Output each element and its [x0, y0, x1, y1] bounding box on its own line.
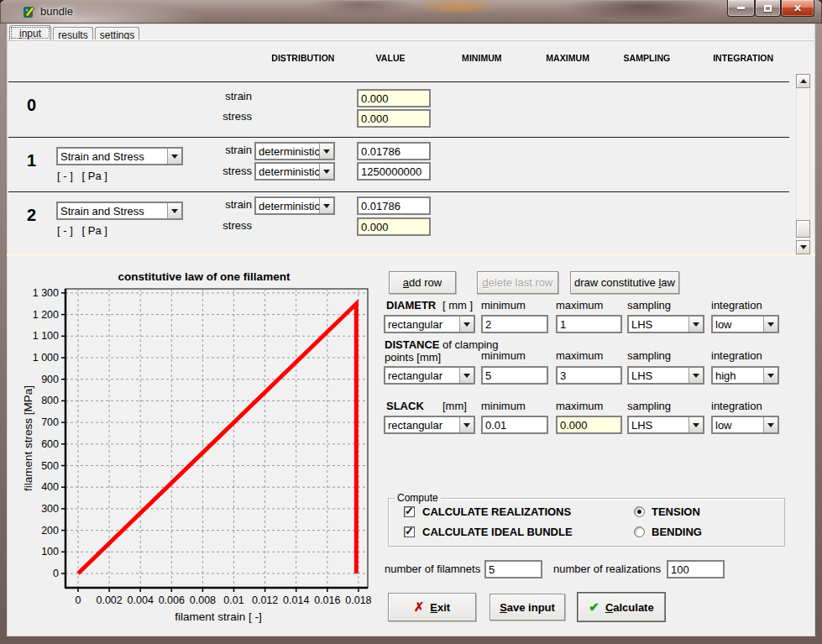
slack-maximum-input[interactable] [556, 416, 622, 434]
arrow-down-icon [800, 245, 807, 253]
chevron-down-icon[interactable] [459, 368, 474, 383]
row1-strain-value-input[interactable] [357, 142, 431, 160]
distance-sampling-select[interactable]: LHS [627, 366, 704, 385]
add-row-button[interactable]: add row [389, 271, 456, 294]
save-input-button[interactable]: Save input [490, 594, 565, 620]
compute-group-title: Compute [395, 492, 441, 504]
svg-text:800: 800 [41, 395, 59, 406]
save-input-label: Save input [500, 601, 555, 614]
chevron-down-icon[interactable] [459, 417, 474, 432]
scroll-down-button[interactable] [796, 240, 810, 254]
number-of-filaments-input[interactable] [484, 560, 542, 579]
diameter-minimum-input[interactable] [481, 315, 548, 333]
svg-text:700: 700 [41, 416, 59, 428]
slack-sampling-value: LHS [629, 419, 688, 432]
svg-text:1 200: 1 200 [33, 309, 59, 321]
close-button[interactable]: ✕ [781, 0, 814, 17]
diameter-distribution-select[interactable]: rectangular [384, 315, 475, 333]
maximum-label: maximum [556, 349, 603, 362]
distance-integration-select[interactable]: high [711, 366, 779, 385]
titlebar[interactable]: bundle ✕ [0, 0, 822, 24]
delete-last-row-button[interactable]: delete last row [477, 271, 558, 294]
svg-text:0.01: 0.01 [223, 594, 243, 606]
maximum-label: maximum [556, 400, 603, 412]
row-index: 1 [27, 151, 36, 170]
integration-label: integration [711, 299, 762, 312]
row2-distribution-select[interactable]: Strain and Stress [56, 202, 183, 220]
diameter-integration-value: low [713, 318, 763, 331]
number-of-realizations-label: number of realizations [553, 563, 661, 575]
window-title: bundle [40, 5, 73, 18]
slack-integration-select[interactable]: low [711, 416, 779, 434]
tab-settings[interactable]: settings [95, 27, 139, 40]
chevron-down-icon[interactable] [167, 149, 181, 164]
scrollbar-thumb[interactable] [796, 220, 810, 238]
tab-divider [7, 39, 815, 40]
row1-stress-value-input[interactable] [357, 162, 431, 181]
calculate-button[interactable]: ✔ Calculate [578, 593, 665, 621]
maximize-button[interactable] [755, 0, 781, 17]
diameter-integration-select[interactable]: low [711, 315, 779, 333]
row0-strain-value-input[interactable] [357, 89, 431, 107]
minimum-label: minimum [481, 349, 526, 362]
diameter-maximum-input[interactable] [556, 315, 622, 333]
chevron-down-icon[interactable] [763, 368, 777, 383]
sampling-label: sampling [627, 349, 671, 362]
slack-minimum-input[interactable] [481, 416, 548, 434]
svg-text:100: 100 [41, 546, 59, 558]
row0-stress-value-input[interactable] [357, 109, 431, 128]
panel-divider [7, 254, 815, 256]
distance-distribution-select[interactable]: rectangular [384, 366, 475, 385]
row-divider [8, 191, 789, 192]
row-divider [8, 81, 789, 82]
tab-results[interactable]: results [53, 27, 93, 40]
row1-distribution-select[interactable]: Strain and Stress [56, 147, 183, 165]
distance-maximum-input[interactable] [556, 366, 622, 385]
chevron-down-icon[interactable] [688, 417, 703, 432]
diameter-sampling-select[interactable]: LHS [627, 315, 704, 333]
calculate-ideal-bundle-checkbox[interactable] [404, 526, 415, 537]
bending-radio[interactable] [634, 526, 645, 537]
row2-stress-value-input[interactable] [357, 217, 431, 236]
chevron-down-icon[interactable] [763, 417, 777, 432]
chevron-down-icon[interactable] [167, 203, 181, 218]
minimum-label: minimum [481, 299, 526, 312]
exit-button[interactable]: ✗ Exit [388, 593, 476, 621]
chevron-down-icon[interactable] [763, 317, 777, 332]
row1-stress-dist-select[interactable]: deterministic [254, 162, 335, 181]
svg-text:300: 300 [41, 503, 59, 515]
distance-integration-value: high [713, 369, 763, 382]
table-scrollbar[interactable] [796, 74, 810, 254]
row2-strain-dist-select[interactable]: deterministic [254, 196, 335, 215]
draw-constitutive-law-button[interactable]: draw constitutive law [570, 271, 679, 294]
slack-unit-label: [mm] [442, 400, 467, 412]
row2-distribution-value: Strain and Stress [58, 205, 167, 217]
app-window: bundle ✕ input results settings DISTRIBU… [0, 0, 822, 644]
calculate-ideal-bundle-label: CALCULATE IDEAL BUNDLE [422, 526, 573, 538]
minimize-button[interactable] [727, 0, 755, 17]
chevron-down-icon[interactable] [688, 368, 703, 383]
tension-radio[interactable] [634, 506, 645, 517]
slack-sampling-select[interactable]: LHS [627, 416, 704, 434]
calculate-realizations-checkbox[interactable] [404, 506, 415, 517]
row1-strain-dist-select[interactable]: deterministic [254, 142, 335, 160]
distance-minimum-input[interactable] [481, 366, 548, 385]
number-of-realizations-input[interactable] [667, 560, 725, 579]
chevron-down-icon[interactable] [688, 317, 703, 332]
scroll-up-button[interactable] [796, 74, 810, 88]
calculate-realizations-label: CALCULATE REALIZATIONS [422, 505, 571, 518]
svg-text:0.016: 0.016 [314, 594, 340, 606]
slack-distribution-select[interactable]: rectangular [384, 416, 475, 434]
tab-input[interactable]: input [9, 25, 51, 40]
svg-text:1 300: 1 300 [33, 287, 59, 299]
chevron-down-icon[interactable] [459, 317, 474, 332]
chevron-down-icon[interactable] [319, 198, 333, 213]
chevron-down-icon[interactable] [319, 164, 333, 179]
delete-last-row-label: delete last row [483, 276, 553, 289]
chevron-down-icon[interactable] [319, 144, 333, 159]
stress-label: stress [200, 219, 252, 232]
col-header-sampling: SAMPLING [623, 53, 670, 63]
distance-unit-label: points [mm] [385, 351, 441, 364]
row2-strain-value-input[interactable] [357, 196, 431, 215]
svg-text:0.002: 0.002 [96, 594, 122, 606]
